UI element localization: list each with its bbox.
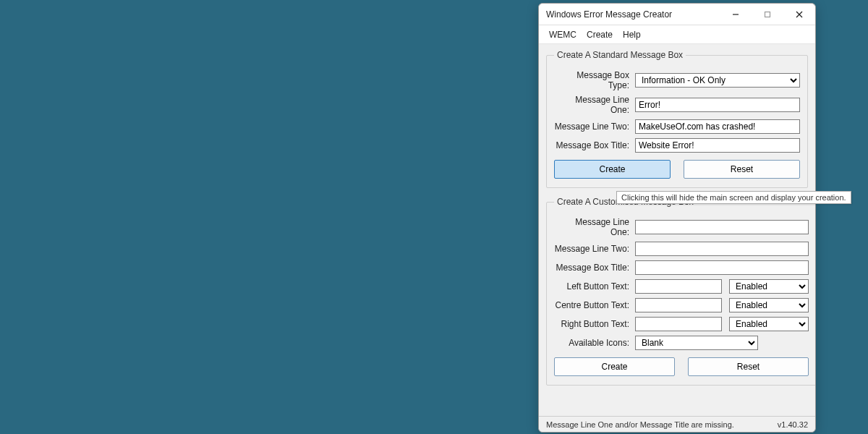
menu-help[interactable]: Help [623, 30, 641, 40]
close-button[interactable] [783, 4, 815, 25]
menubar: WEMC Create Help [539, 25, 815, 44]
version-label: v1.40.32 [778, 420, 808, 429]
icons-label: Available Icons: [554, 338, 635, 348]
custom-create-button[interactable]: Create [554, 357, 675, 376]
standard-line2-input[interactable] [635, 119, 800, 134]
standard-reset-button[interactable]: Reset [684, 160, 800, 179]
c-line2-label: Message Line Two: [554, 244, 635, 254]
create-button-tooltip: Clicking this will hide the main screen … [616, 191, 851, 204]
available-icons-select[interactable]: Blank [635, 336, 758, 350]
right-button-text-input[interactable] [635, 317, 722, 331]
centre-btn-label: Centre Button Text: [554, 300, 635, 310]
status-message: Message Line One and/or Message Title ar… [546, 420, 778, 429]
svg-rect-1 [765, 12, 770, 17]
menu-create[interactable]: Create [587, 30, 613, 40]
statusbar: Message Line One and/or Message Title ar… [539, 416, 815, 432]
centre-button-text-input[interactable] [635, 298, 722, 312]
box-title-label: Message Box Title: [554, 140, 635, 150]
titlebar[interactable]: Windows Error Message Creator [539, 4, 815, 25]
custom-reset-button[interactable]: Reset [688, 357, 809, 376]
custom-line2-input[interactable] [635, 242, 809, 256]
standard-line1-input[interactable] [635, 98, 800, 112]
custom-title-input[interactable] [635, 260, 809, 275]
window-body: Create A Standard Message Box Message Bo… [539, 44, 815, 416]
left-btn-label: Left Button Text: [554, 281, 635, 292]
standard-group: Create A Standard Message Box Message Bo… [546, 50, 808, 188]
maximize-button[interactable] [752, 4, 783, 25]
menu-wemc[interactable]: WEMC [549, 30, 576, 40]
type-label: Message Box Type: [554, 70, 635, 90]
standard-legend: Create A Standard Message Box [554, 50, 686, 60]
c-title-label: Message Box Title: [554, 263, 635, 273]
centre-button-state-select[interactable]: Enabled [729, 298, 809, 312]
left-button-state-select[interactable]: Enabled [729, 279, 809, 294]
minimize-button[interactable] [720, 4, 752, 25]
window-title: Windows Error Message Creator [546, 9, 720, 20]
message-box-type-select[interactable]: Information - OK Only [635, 73, 800, 88]
right-btn-label: Right Button Text: [554, 319, 635, 329]
custom-line1-input[interactable] [635, 220, 809, 234]
c-line1-label: Message Line One: [554, 217, 635, 237]
standard-title-input[interactable] [635, 138, 800, 153]
custom-group: Create A Customised Message Box Message … [546, 197, 815, 386]
line1-label: Message Line One: [554, 95, 635, 115]
standard-create-button[interactable]: Create [554, 160, 671, 179]
right-button-state-select[interactable]: Enabled [729, 317, 809, 331]
app-window: Windows Error Message Creator WEMC Creat… [538, 3, 816, 433]
line2-label: Message Line Two: [554, 122, 635, 132]
left-button-text-input[interactable] [635, 279, 722, 294]
